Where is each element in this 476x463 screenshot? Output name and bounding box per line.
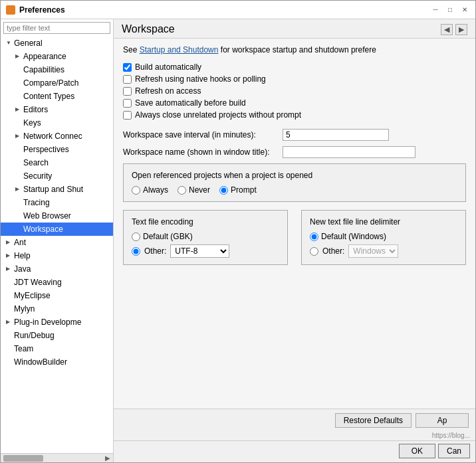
back-button[interactable]: ◀ [441, 24, 453, 35]
scroll-right-arrow[interactable]: ▶ [102, 454, 113, 462]
refresh-native-checkbox[interactable] [123, 75, 132, 84]
sidebar-item-label-editors: Editors [23, 104, 48, 116]
panel-header: Workspace ◀ ▶ [114, 19, 475, 39]
radio-default-windows[interactable]: Default (Windows) [310, 232, 457, 241]
sidebar-item-label-java: Java [14, 263, 31, 275]
sidebar-item-editors[interactable]: ▶ Editors [1, 103, 113, 116]
expand-arrow-perspectives [15, 143, 22, 155]
radio-encoding-default[interactable] [132, 232, 140, 241]
encoding-other-row: Other: UTF-8 UTF-16 ISO-8859-1 US-ASCII [132, 244, 279, 258]
radio-delimiter-default[interactable] [310, 232, 318, 241]
sidebar-item-label-content: Content Types [23, 90, 74, 102]
sidebar-item-network[interactable]: ▶ Network Connec [1, 130, 113, 143]
save-before-build-checkbox[interactable] [123, 99, 132, 108]
expand-arrow-help: ▶ [6, 250, 13, 262]
sidebar-item-help[interactable]: ▶ Help [1, 249, 113, 262]
radio-row-prompt[interactable]: Prompt [219, 185, 257, 195]
sidebar-item-search[interactable]: Search [1, 156, 113, 169]
sidebar-item-windowbuilder[interactable]: WindowBuilder [1, 355, 113, 369]
refresh-access-label: Refresh on access [135, 86, 201, 96]
close-unrelated-checkbox[interactable] [123, 111, 132, 120]
expand-arrow-security [15, 170, 22, 182]
checkbox-row-save-before-build: Save automatically before build [123, 98, 466, 108]
filter-input[interactable] [3, 22, 110, 34]
expand-arrow-general: ▼ [6, 37, 13, 49]
checkbox-row-refresh-native: Refresh using native hooks or polling [123, 74, 466, 84]
workspace-name-input[interactable] [283, 146, 416, 158]
sidebar-item-plugin[interactable]: ▶ Plug-in Developme [1, 316, 113, 329]
sidebar-item-content-types[interactable]: Content Types [1, 90, 113, 103]
sidebar-item-jdt[interactable]: JDT Weaving [1, 276, 113, 289]
radio-always-label: Always [143, 185, 168, 195]
sidebar-item-capabilities[interactable]: Capabilities [1, 63, 113, 76]
expand-arrow-keys [15, 117, 22, 129]
line-delimiter-section: New text file line delimiter Default (Wi… [301, 210, 466, 265]
radio-never[interactable] [178, 186, 186, 195]
sidebar-item-label-help: Help [14, 250, 31, 262]
scrollbar-thumb[interactable] [3, 455, 43, 462]
radio-default-gbk[interactable]: Default (GBK) [132, 232, 279, 241]
sidebar-item-security[interactable]: Security [1, 169, 113, 183]
expand-arrow-ant: ▶ [6, 236, 13, 248]
expand-arrow-editors: ▶ [15, 104, 22, 116]
radio-prompt-label: Prompt [231, 185, 257, 195]
sidebar-item-run-debug[interactable]: Run/Debug [1, 329, 113, 342]
restore-defaults-button[interactable]: Restore Defaults [335, 413, 412, 428]
radio-row-always[interactable]: Always [132, 185, 168, 195]
sidebar-item-perspectives[interactable]: Perspectives [1, 143, 113, 156]
close-button[interactable]: ✕ [459, 5, 470, 15]
sidebar-item-keys[interactable]: Keys [1, 116, 113, 130]
sidebar-item-appearance[interactable]: ▶ Appearance [1, 50, 113, 63]
encoding-select[interactable]: UTF-8 UTF-16 ISO-8859-1 US-ASCII [170, 244, 229, 258]
apply-button[interactable]: Ap [416, 413, 469, 428]
sidebar-item-tracing[interactable]: Tracing [1, 196, 113, 209]
sidebar-item-team[interactable]: Team [1, 342, 113, 355]
expand-arrow-content [15, 90, 22, 102]
expand-arrow-capabilities [15, 64, 22, 76]
delimiter-select[interactable]: Windows Unix Mac [348, 244, 398, 258]
sidebar-item-label-search: Search [23, 157, 49, 169]
radio-delimiter-other[interactable] [310, 247, 318, 256]
radio-row-never[interactable]: Never [178, 185, 210, 195]
preferences-window: Preferences ─ □ ✕ ▼ General ▶ Appearance [0, 0, 476, 463]
maximize-button[interactable]: □ [445, 5, 455, 15]
sidebar-item-mylyn[interactable]: Mylyn [1, 302, 113, 316]
radio-encoding-other[interactable] [132, 247, 140, 256]
open-projects-title: Open referenced projects when a project … [132, 171, 457, 180]
info-prefix: See [123, 45, 140, 54]
radio-always[interactable] [132, 186, 140, 195]
encoding-default-label: Default (GBK) [143, 232, 193, 241]
build-auto-checkbox[interactable] [123, 63, 132, 72]
expand-arrow-java: ▶ [6, 263, 13, 275]
expand-arrow-tracing [15, 197, 22, 209]
sidebar-item-workspace[interactable]: Workspace [1, 223, 113, 236]
right-panel: Workspace ◀ ▶ See Startup and Shutdown f… [114, 19, 475, 462]
refresh-access-checkbox[interactable] [123, 87, 132, 96]
startup-shutdown-link[interactable]: Startup and Shutdown [140, 45, 219, 54]
sidebar-item-label-tracing: Tracing [23, 197, 50, 209]
sidebar-scrollbar[interactable]: ▶ [1, 453, 113, 462]
sidebar-item-web-browser[interactable]: Web Browser [1, 209, 113, 223]
minimize-button[interactable]: ─ [430, 5, 441, 15]
info-suffix: for workspace startup and shutdown prefe… [221, 45, 376, 54]
bottom-bar: Restore Defaults Ap [114, 409, 475, 432]
sidebar-item-label-appearance: Appearance [23, 50, 66, 62]
ok-button[interactable]: OK [399, 444, 435, 458]
sidebar-item-startup[interactable]: ▶ Startup and Shut [1, 183, 113, 196]
encoding-delimiter-section: Text file encoding Default (GBK) Other: … [123, 210, 466, 265]
sidebar-item-label-wb: WindowBuilder [14, 356, 67, 368]
title-bar-left: Preferences [6, 5, 65, 15]
forward-button[interactable]: ▶ [455, 24, 467, 35]
sidebar-item-compare-patch[interactable]: Compare/Patch [1, 76, 113, 90]
radio-prompt[interactable] [219, 186, 228, 195]
sidebar-item-java[interactable]: ▶ Java [1, 262, 113, 276]
expand-arrow-appearance: ▶ [15, 50, 22, 62]
expand-arrow-jdt [6, 276, 13, 288]
save-interval-label: Workspace save interval (in minutes): [123, 130, 283, 139]
sidebar-item-general[interactable]: ▼ General [1, 37, 113, 50]
sidebar-item-ant[interactable]: ▶ Ant [1, 236, 113, 249]
sidebar-item-myeclipse[interactable]: MyEclipse [1, 289, 113, 302]
save-interval-input[interactable] [283, 129, 389, 141]
cancel-button[interactable]: Can [438, 444, 470, 458]
panel-nav: ◀ ▶ [441, 24, 467, 35]
